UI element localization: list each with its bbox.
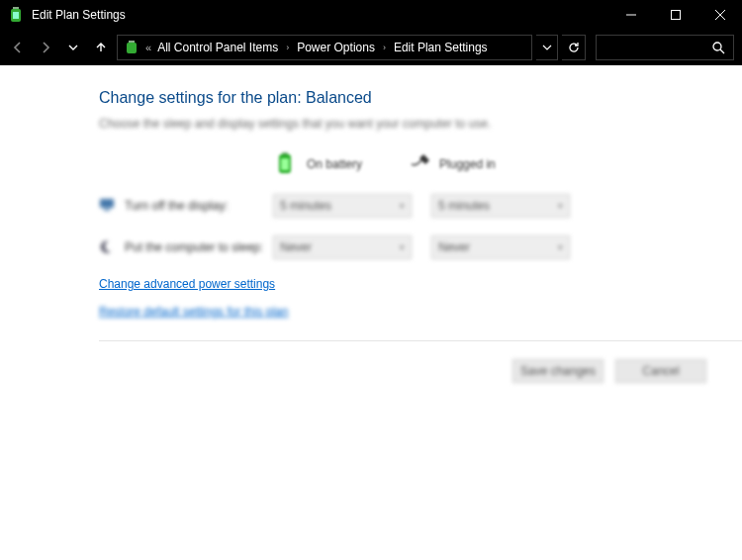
dropdown-value: 5 minutes — [280, 199, 331, 213]
svg-rect-7 — [129, 41, 135, 43]
search-box[interactable] — [596, 35, 734, 60]
content-area: Change settings for the plan: Balanced C… — [0, 65, 742, 383]
back-button[interactable] — [6, 36, 30, 59]
up-button[interactable] — [89, 36, 113, 59]
chevron-right-icon[interactable]: › — [383, 43, 386, 52]
breadcrumb-overflow[interactable]: « — [145, 42, 151, 53]
breadcrumb-item-1[interactable]: Power Options — [297, 41, 375, 54]
close-button[interactable] — [697, 0, 742, 30]
columns-header: On battery Plugged in — [277, 152, 742, 176]
page-subtext: Choose the sleep and display settings th… — [99, 117, 742, 131]
column-on-battery: On battery — [277, 152, 362, 176]
dropdown-value: Never — [280, 240, 312, 254]
search-icon — [712, 42, 725, 54]
chevron-right-icon[interactable]: › — [286, 43, 289, 52]
svg-rect-11 — [282, 152, 288, 154]
row-label: Turn off the display: — [125, 199, 273, 213]
cancel-button[interactable]: Cancel — [615, 359, 706, 383]
save-changes-button[interactable]: Save changes — [512, 359, 603, 383]
svg-rect-8 — [127, 43, 137, 53]
display-battery-dropdown[interactable]: 5 minutes ▾ — [273, 194, 412, 218]
chevron-down-icon: ▾ — [400, 242, 405, 252]
change-advanced-link[interactable]: Change advanced power settings — [99, 277, 742, 291]
refresh-button[interactable] — [562, 35, 586, 60]
address-bar[interactable]: « All Control Panel Items › Power Option… — [117, 35, 532, 60]
restore-defaults-link[interactable]: Restore default settings for this plan — [99, 305, 742, 319]
recent-locations-button[interactable] — [61, 36, 85, 59]
breadcrumb-item-0[interactable]: All Control Panel Items — [157, 41, 278, 54]
row-label: Put the computer to sleep: — [125, 240, 273, 254]
battery-app-icon — [8, 7, 24, 23]
svg-line-10 — [720, 49, 724, 53]
row-sleep: Put the computer to sleep: Never ▾ Never… — [99, 235, 742, 259]
page-heading: Change settings for the plan: Balanced — [99, 89, 742, 107]
sleep-battery-dropdown[interactable]: Never ▾ — [273, 235, 412, 259]
battery-path-icon — [124, 40, 139, 55]
navbar: « All Control Panel Items › Power Option… — [0, 30, 742, 65]
titlebar: Edit Plan Settings — [0, 0, 742, 30]
moon-icon — [99, 239, 115, 255]
svg-rect-15 — [104, 209, 110, 211]
breadcrumb-item-2[interactable]: Edit Plan Settings — [394, 41, 488, 54]
footer: Save changes Cancel — [99, 340, 742, 383]
column-on-battery-label: On battery — [307, 157, 362, 171]
forward-button[interactable] — [34, 36, 57, 59]
svg-rect-14 — [100, 199, 114, 208]
svg-rect-0 — [13, 7, 19, 9]
window-controls — [608, 0, 742, 30]
minimize-button[interactable] — [608, 0, 653, 30]
dropdown-value: 5 minutes — [438, 199, 490, 213]
maximize-button[interactable] — [653, 0, 697, 30]
row-turn-off-display: Turn off the display: 5 minutes ▾ 5 minu… — [99, 194, 742, 218]
column-plugged-in: Plugged in — [410, 152, 496, 176]
svg-point-9 — [713, 43, 721, 50]
sleep-plugged-dropdown[interactable]: Never ▾ — [431, 235, 570, 259]
chevron-down-icon: ▾ — [558, 201, 563, 211]
plug-icon — [410, 152, 429, 176]
address-history-dropdown[interactable] — [536, 35, 558, 60]
svg-rect-4 — [671, 11, 680, 20]
dropdown-value: Never — [438, 240, 470, 254]
window-title: Edit Plan Settings — [32, 8, 126, 22]
chevron-down-icon: ▾ — [558, 242, 563, 252]
column-plugged-in-label: Plugged in — [439, 157, 496, 171]
svg-rect-13 — [281, 158, 289, 170]
display-plugged-dropdown[interactable]: 5 minutes ▾ — [431, 194, 570, 218]
battery-icon — [277, 152, 297, 176]
chevron-down-icon: ▾ — [400, 201, 405, 211]
display-icon — [99, 198, 115, 214]
svg-rect-2 — [13, 12, 19, 19]
